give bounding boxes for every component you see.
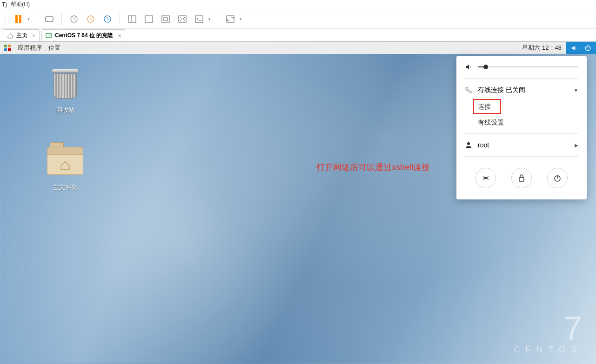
wired-settings-label: 有线设置 <box>478 119 504 126</box>
clock-manage-icon <box>103 15 112 23</box>
pause-icon <box>15 15 21 23</box>
trash-icon <box>47 65 84 102</box>
menu-applications[interactable]: 应用程序 <box>18 44 42 52</box>
system-actions <box>456 159 587 191</box>
console-icon <box>195 15 203 23</box>
manage-snapshot-button[interactable] <box>100 12 115 26</box>
tab-label: CentOS 7 64 位 的克隆 <box>55 32 113 40</box>
clock-revert-icon <box>87 15 95 23</box>
wired-connection-header[interactable]: 有线连接 已关闭 ▼ <box>456 81 587 99</box>
volume-slider[interactable] <box>478 66 578 67</box>
svg-rect-9 <box>162 16 169 22</box>
desktop-icon-trash[interactable]: 回收站 <box>37 65 93 114</box>
view-split-button[interactable] <box>125 12 140 26</box>
menu-item-wired-settings[interactable]: 有线设置 <box>456 115 587 131</box>
home-icon <box>7 33 13 39</box>
svg-rect-6 <box>128 16 136 22</box>
stretch-icon <box>178 15 187 23</box>
wired-title: 有线连接 已关闭 <box>478 86 525 94</box>
svg-rect-21 <box>466 87 468 89</box>
svg-rect-0 <box>46 17 53 21</box>
clock[interactable]: 星期六 12：48 <box>517 44 566 52</box>
annotation-text: 打开网络后可以通过xshell连接 <box>316 162 430 173</box>
menu-places[interactable]: 位置 <box>48 44 60 52</box>
separator <box>218 13 218 25</box>
view-fit-button[interactable] <box>158 12 173 26</box>
centos-name: CENTOS <box>514 345 582 355</box>
guest-desktop: 应用程序 位置 星期六 12：48 回收站 主文件夹 <box>0 42 596 364</box>
single-icon <box>145 15 153 23</box>
chevron-right-icon: ▶ <box>575 143 578 148</box>
svg-rect-10 <box>164 18 167 20</box>
separator <box>120 13 120 25</box>
icon-label: 回收站 <box>37 106 93 114</box>
separator <box>61 13 62 25</box>
vmware-toolbar: ▾ ▾ ▾ <box>0 9 596 29</box>
separator <box>465 156 578 157</box>
svg-rect-18 <box>8 48 11 51</box>
console-dropdown[interactable]: ▾ <box>208 17 213 21</box>
network-wired-icon <box>465 86 472 94</box>
svg-rect-17 <box>4 48 7 51</box>
activities-icon[interactable] <box>4 44 11 52</box>
system-menu-popup: 有线连接 已关闭 ▼ 连接 有线设置 root ▶ <box>456 56 587 199</box>
console-button[interactable] <box>192 12 207 26</box>
power-button[interactable] <box>547 168 568 188</box>
split-icon <box>128 15 136 23</box>
vmware-menu-bar: T) 帮助(H) <box>0 0 596 9</box>
svg-rect-15 <box>4 45 7 47</box>
menu-item-connect[interactable]: 连接 <box>456 99 587 115</box>
snapshot-button[interactable] <box>67 12 81 26</box>
vm-icon <box>46 33 52 39</box>
folder-icon <box>47 142 84 179</box>
svg-rect-12 <box>195 16 203 22</box>
icon-label: 主文件夹 <box>37 183 93 192</box>
user-label: root <box>478 141 489 149</box>
fit-icon <box>161 15 170 23</box>
view-single-button[interactable] <box>141 12 156 26</box>
connect-label: 连接 <box>478 103 491 110</box>
separator <box>465 78 578 79</box>
power-icon <box>553 174 562 182</box>
desktop-icons: 回收站 主文件夹 <box>37 65 93 219</box>
volume-icon <box>571 45 578 52</box>
system-tray[interactable] <box>566 42 596 54</box>
pause-vm-button[interactable] <box>11 12 26 26</box>
power-icon <box>584 45 591 52</box>
user-row[interactable]: root ▶ <box>456 137 587 153</box>
svg-rect-16 <box>8 45 11 47</box>
settings-button[interactable] <box>475 168 496 188</box>
svg-point-24 <box>485 177 487 179</box>
tab-vm[interactable]: CentOS 7 64 位 的克隆 × <box>41 29 125 41</box>
view-stretch-button[interactable] <box>175 12 190 26</box>
gnome-top-bar: 应用程序 位置 星期六 12：48 <box>0 42 596 54</box>
user-icon <box>465 141 472 149</box>
chevron-down-icon: ▼ <box>574 88 578 93</box>
svg-rect-8 <box>145 16 153 22</box>
tab-home[interactable]: 主页 × <box>3 29 40 41</box>
volume-row <box>456 56 587 75</box>
separator <box>37 13 37 25</box>
svg-point-23 <box>467 142 470 145</box>
send-ctrl-alt-del-button[interactable] <box>42 12 57 26</box>
separator <box>6 13 6 25</box>
centos-version: 7 <box>514 311 582 345</box>
menu-t-fragment[interactable]: T) <box>2 1 7 8</box>
pause-dropdown[interactable]: ▾ <box>27 17 32 21</box>
lock-button[interactable] <box>511 168 532 188</box>
close-icon[interactable]: × <box>118 33 121 39</box>
vmware-tabs: 主页 × CentOS 7 64 位 的克隆 × <box>0 29 596 42</box>
keyboard-icon <box>45 15 54 23</box>
fullscreen-dropdown[interactable]: ▾ <box>240 17 244 21</box>
menu-help[interactable]: 帮助(H) <box>11 0 30 8</box>
lock-icon <box>518 174 525 182</box>
svg-rect-14 <box>46 33 52 38</box>
svg-rect-25 <box>519 178 524 181</box>
volume-icon <box>465 63 472 71</box>
fullscreen-icon <box>226 15 234 23</box>
revert-snapshot-button[interactable] <box>83 12 98 26</box>
desktop-icon-home[interactable]: 主文件夹 <box>37 142 93 192</box>
settings-icon <box>482 174 490 182</box>
close-icon[interactable]: × <box>32 33 35 39</box>
fullscreen-button[interactable] <box>223 12 238 26</box>
